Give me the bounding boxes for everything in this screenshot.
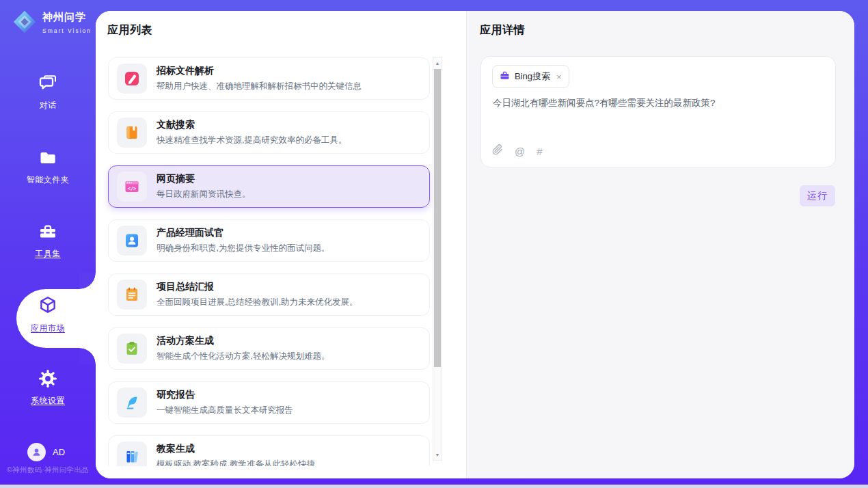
app-name: 活动方案生成 [157, 335, 329, 347]
sidebar: 神州问学 Smart Vision 对话 智能文件夹 [0, 0, 96, 488]
copyright-footer: ©神州数码·神州问学出品 [0, 465, 96, 475]
app-desc: 模板驱动,教案秒成,教学准备从此轻松快捷 [157, 459, 315, 466]
chip-label: Bing搜索 [515, 70, 550, 83]
tool-chip-bing-search[interactable]: Bing搜索 × [492, 65, 569, 88]
pen-document-icon [117, 64, 147, 94]
app-desc: 全面回顾项目进展,总结经验教训,助力未来优化发展。 [157, 297, 357, 308]
app-desc: 帮助用户快速、准确地理解和解析招标书中的关键信息 [157, 81, 362, 92]
sidebar-item-label: 工具集 [0, 248, 96, 260]
brand-name: 神州问学 [42, 11, 86, 23]
user-account[interactable]: AD [27, 443, 65, 461]
svg-text:</>: </> [128, 186, 137, 191]
app-desc: 智能生成个性化活动方案,轻松解决规划难题。 [157, 351, 329, 362]
brand: 神州问学 Smart Vision [0, 10, 96, 37]
sidebar-item-settings[interactable]: 系统设置 [0, 369, 96, 407]
sidebar-item-toolset[interactable]: 工具集 [0, 222, 96, 260]
avatar [27, 443, 46, 461]
hash-tag-icon[interactable]: # [537, 146, 542, 157]
app-name: 招标文件解析 [157, 65, 362, 77]
app-desc: 每日政府新闻资讯快查。 [157, 189, 251, 200]
list-scrollbar[interactable]: ▲ ▼ [433, 57, 442, 461]
app-card-literature-search[interactable]: 文献搜索 快速精准查找学术资源,提高研究效率的必备工具。 [108, 111, 430, 154]
app-card-project-summary[interactable]: 项目总结汇报 全面回顾项目进展,总结经验教训,助力未来优化发展。 [108, 273, 430, 316]
sidebar-item-label: 系统设置 [0, 395, 96, 407]
app-list-pane: 应用列表 招标文件解析 帮助用户快速、准确地理解和解析招标书中的关键信息 [96, 11, 466, 478]
app-card-research-report[interactable]: 研究报告 一键智能生成高质量长文本研究报告 [108, 381, 430, 424]
sidebar-item-label: 智能文件夹 [0, 174, 96, 186]
chat-icon [38, 83, 57, 95]
paperclip-icon[interactable] [492, 144, 503, 158]
app-card-event-plan[interactable]: 活动方案生成 智能生成个性化活动方案,轻松解决规划难题。 [108, 327, 430, 370]
app-name: 教案生成 [157, 443, 315, 455]
sidebar-item-chat[interactable]: 对话 [0, 74, 96, 111]
toolbox-icon [38, 232, 57, 243]
app-window: 神州问学 Smart Vision 对话 智能文件夹 [0, 0, 868, 488]
app-card-pm-interviewer[interactable]: 产品经理面试官 明确身份和职责,为您提供专业性的面试问题。 [108, 219, 430, 262]
app-name: 产品经理面试官 [157, 227, 329, 239]
composer-toolbar: @ # [492, 144, 543, 158]
active-nav-fillet-bottom [79, 348, 96, 364]
note-icon [117, 280, 147, 310]
app-card-lesson-plan[interactable]: 教案生成 模板驱动,教案秒成,教学准备从此轻松快捷 [108, 435, 430, 466]
sidebar-item-label: 应用市场 [0, 323, 96, 334]
briefcase-icon [500, 70, 510, 83]
run-button[interactable]: 运行 [800, 185, 835, 206]
gear-icon [38, 379, 57, 390]
sidebar-item-label: 对话 [0, 100, 96, 111]
brand-subtitle: Smart Vision [42, 27, 92, 34]
app-detail-pane: 应用详情 Bing搜索 × 今日湖北有哪些新闻要点?有哪些需要关注的最新政策? [466, 11, 854, 478]
brand-logo-icon [12, 10, 37, 37]
books-icon [117, 442, 147, 466]
app-detail-title: 应用详情 [480, 23, 525, 38]
main-panel: 应用列表 招标文件解析 帮助用户快速、准确地理解和解析招标书中的关键信息 [96, 11, 854, 478]
cube-icon [38, 306, 58, 318]
prompt-composer[interactable]: Bing搜索 × 今日湖北有哪些新闻要点?有哪些需要关注的最新政策? @ # [480, 56, 836, 167]
scroll-up-arrow-icon[interactable]: ▲ [433, 59, 442, 68]
app-card-web-summary[interactable]: </> 网页摘要 每日政府新闻资讯快查。 [108, 165, 430, 208]
active-nav-fillet-top [79, 273, 96, 289]
scrollbar-thumb[interactable] [434, 69, 441, 367]
app-desc: 明确身份和职责,为您提供专业性的面试问题。 [157, 243, 329, 254]
app-desc: 一键智能生成高质量长文本研究报告 [157, 405, 293, 416]
app-desc: 快速精准查找学术资源,提高研究效率的必备工具。 [157, 135, 347, 146]
app-list-title: 应用列表 [107, 23, 152, 38]
user-name: AD [53, 447, 65, 457]
query-text[interactable]: 今日湖北有哪些新闻要点?有哪些需要关注的最新政策? [493, 96, 824, 111]
app-name: 研究报告 [157, 389, 293, 401]
scroll-down-arrow-icon[interactable]: ▼ [433, 450, 442, 459]
app-card-bid-analysis[interactable]: 招标文件解析 帮助用户快速、准确地理解和解析招标书中的关键信息 [108, 57, 430, 100]
clipboard-check-icon [117, 334, 147, 364]
app-list: 招标文件解析 帮助用户快速、准确地理解和解析招标书中的关键信息 文献搜索 [96, 57, 466, 466]
sidebar-item-smart-folder[interactable]: 智能文件夹 [0, 148, 96, 186]
app-name: 项目总结汇报 [157, 281, 357, 293]
sidebar-item-app-market[interactable]: 应用市场 [0, 295, 96, 334]
at-mention-icon[interactable]: @ [515, 146, 525, 157]
quill-icon [117, 388, 147, 418]
book-icon [117, 118, 147, 148]
interviewer-icon [117, 226, 147, 256]
chip-close-icon[interactable]: × [556, 72, 562, 82]
app-name: 网页摘要 [157, 173, 251, 185]
app-name: 文献搜索 [157, 119, 347, 131]
folder-icon [38, 158, 57, 170]
window-bottom-edge [0, 485, 868, 488]
browser-code-icon: </> [117, 172, 147, 202]
